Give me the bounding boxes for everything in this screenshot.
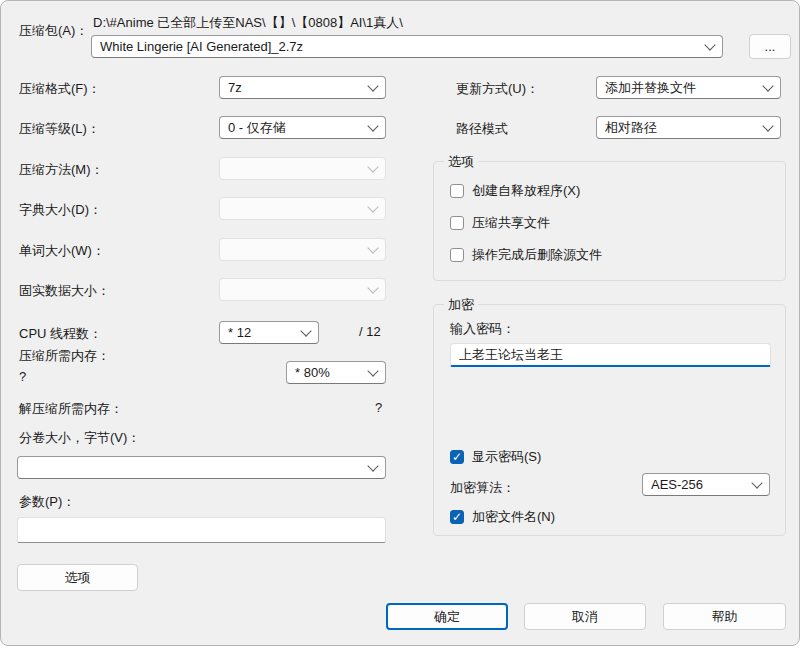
ok-button-label: 确定 <box>434 608 460 626</box>
word-size-combobox <box>219 238 386 261</box>
word-size-label: 单词大小(W)： <box>19 242 105 260</box>
browse-button[interactable]: ... <box>749 34 791 59</box>
encryption-group-title: 加密 <box>444 296 478 314</box>
chevron-down-icon <box>367 365 378 376</box>
checkbox-create-sfx[interactable]: 创建自释放程序(X) <box>450 182 580 200</box>
browse-button-label: ... <box>765 39 776 54</box>
memory-decompress-value: ? <box>375 400 382 415</box>
dictionary-combobox <box>219 197 386 220</box>
options-group-title: 选项 <box>444 153 478 171</box>
parameters-input[interactable] <box>17 517 386 543</box>
format-combobox[interactable]: 7z <box>219 76 386 99</box>
chevron-down-icon <box>367 460 378 471</box>
volume-size-label: 分卷大小，字节(V)： <box>19 429 140 447</box>
level-value: 0 - 仅存储 <box>228 119 363 137</box>
archive-label: 压缩包(A)： <box>19 22 88 40</box>
chevron-down-icon <box>367 242 378 253</box>
options-button[interactable]: 选项 <box>17 564 138 591</box>
options-button-label: 选项 <box>65 569 91 587</box>
password-value: 上老王论坛当老王 <box>459 346 563 364</box>
memory-decompress-label: 解压缩所需内存： <box>19 400 123 418</box>
cpu-threads-label: CPU 线程数： <box>19 325 102 343</box>
method-label: 压缩方法(M)： <box>19 161 104 179</box>
encryption-method-combobox[interactable]: AES-256 <box>642 473 770 496</box>
memory-compress-label: 压缩所需内存： <box>19 347 110 365</box>
path-mode-value: 相对路径 <box>605 119 758 137</box>
chevron-down-icon <box>762 80 773 91</box>
checkbox-box <box>450 248 464 262</box>
volume-size-combobox[interactable] <box>17 456 386 479</box>
encryption-groupbox: 加密 输入密码： 上老王论坛当老王 显示密码(S) 加密算法： AES-256 … <box>433 304 786 536</box>
archive-name-combobox[interactable]: White Lingerie [AI Generated]_2.7z <box>91 35 723 58</box>
memory-compress-hint: ? <box>19 369 26 384</box>
encryption-method-value: AES-256 <box>651 477 747 492</box>
path-mode-label: 路径模式 <box>456 120 508 138</box>
chevron-down-icon <box>367 161 378 172</box>
cpu-threads-combobox[interactable]: * 12 <box>219 321 319 344</box>
cancel-button-label: 取消 <box>572 608 598 626</box>
cpu-threads-max: / 12 <box>359 324 381 339</box>
chevron-down-icon <box>762 120 773 131</box>
memory-compress-value: * 80% <box>295 365 363 380</box>
help-button-label: 帮助 <box>712 608 738 626</box>
checkbox-box <box>450 184 464 198</box>
checkbox-label: 创建自释放程序(X) <box>472 182 580 200</box>
format-value: 7z <box>228 80 363 95</box>
checkbox-label: 加密文件名(N) <box>472 508 555 526</box>
chevron-down-icon <box>367 120 378 131</box>
level-combobox[interactable]: 0 - 仅存储 <box>219 116 386 139</box>
archive-path: D:\#Anime 已全部上传至NAS\【】\【0808】AI\1真人\ <box>93 14 403 32</box>
parameters-label: 参数(P)： <box>19 493 75 511</box>
method-combobox <box>219 157 386 180</box>
checkbox-compress-shared[interactable]: 压缩共享文件 <box>450 214 550 232</box>
options-groupbox: 选项 创建自释放程序(X) 压缩共享文件 操作完成后删除源文件 <box>433 161 786 281</box>
checkbox-label: 压缩共享文件 <box>472 214 550 232</box>
checkbox-box <box>450 216 464 230</box>
level-label: 压缩等级(L)： <box>19 120 100 138</box>
checkbox-box <box>450 510 464 524</box>
chevron-down-icon <box>367 80 378 91</box>
checkbox-label: 显示密码(S) <box>472 448 541 466</box>
dictionary-label: 字典大小(D)： <box>19 201 102 219</box>
memory-compress-combobox[interactable]: * 80% <box>286 361 386 384</box>
checkbox-encrypt-filenames[interactable]: 加密文件名(N) <box>450 508 555 526</box>
archive-name-value: White Lingerie [AI Generated]_2.7z <box>100 39 700 54</box>
chevron-down-icon <box>751 477 762 488</box>
update-mode-combobox[interactable]: 添加并替换文件 <box>596 76 781 99</box>
checkbox-delete-after[interactable]: 操作完成后删除源文件 <box>450 246 602 264</box>
help-button[interactable]: 帮助 <box>663 603 786 630</box>
chevron-down-icon <box>367 201 378 212</box>
checkbox-show-password[interactable]: 显示密码(S) <box>450 448 541 466</box>
add-to-archive-dialog: 压缩包(A)： D:\#Anime 已全部上传至NAS\【】\【0808】AI\… <box>0 0 800 646</box>
checkbox-box <box>450 450 464 464</box>
cpu-threads-value: * 12 <box>228 325 296 340</box>
cancel-button[interactable]: 取消 <box>524 603 646 630</box>
password-input[interactable]: 上老王论坛当老王 <box>450 343 771 367</box>
encryption-method-label: 加密算法： <box>450 479 515 497</box>
solid-size-combobox <box>219 278 386 301</box>
chevron-down-icon <box>367 282 378 293</box>
format-label: 压缩格式(F)： <box>19 80 101 98</box>
chevron-down-icon <box>300 325 311 336</box>
path-mode-combobox[interactable]: 相对路径 <box>596 116 781 139</box>
solid-size-label: 固实数据大小： <box>19 282 110 300</box>
update-mode-value: 添加并替换文件 <box>605 79 758 97</box>
chevron-down-icon <box>704 39 715 50</box>
password-label: 输入密码： <box>450 320 515 338</box>
update-mode-label: 更新方式(U)： <box>456 80 539 98</box>
ok-button[interactable]: 确定 <box>386 603 508 630</box>
checkbox-label: 操作完成后删除源文件 <box>472 246 602 264</box>
